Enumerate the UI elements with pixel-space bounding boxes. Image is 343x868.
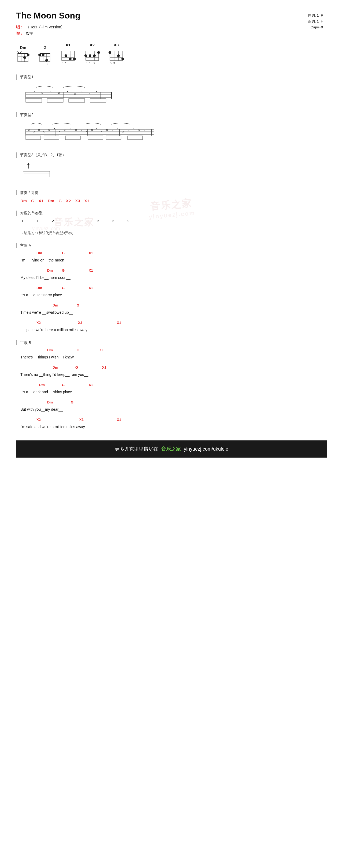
svg-point-63: [121, 58, 124, 60]
svg-text:×: ×: [133, 127, 135, 130]
verse-a-line-3: Dm G X1 It's a__ quiet starry place__: [20, 286, 327, 298]
svg-text:×: ×: [101, 130, 103, 134]
verse-b-line-1-chords: Dm G X1: [20, 348, 327, 354]
svg-text:3: 3: [46, 62, 48, 66]
chord-x3: X3: [78, 321, 82, 325]
prelude-chord-7: X3: [75, 198, 80, 203]
svg-point-9: [20, 52, 22, 53]
chord-x1: X1: [89, 383, 93, 387]
num-2: 1: [36, 219, 39, 223]
svg-marker-126: [27, 163, 29, 165]
chord-x2-name: X2: [90, 42, 95, 47]
rhythm3-label: 节奏型3（只扫3、2、1弦）: [20, 153, 66, 157]
verse-b-line-4-chords: Dm G: [20, 400, 327, 406]
verse-a-line-5-chords: X2 X3 X1: [20, 321, 327, 327]
svg-rect-121: [65, 136, 81, 140]
svg-text:×: ×: [41, 91, 43, 95]
rhythm1-section: 节奏型1: [16, 74, 327, 80]
chord-x1: X1: [117, 418, 121, 422]
svg-point-48: [93, 54, 96, 57]
prelude-chord-6: X2: [66, 198, 71, 203]
svg-point-23: [45, 59, 48, 62]
chord-g: G 3: [38, 45, 52, 67]
svg-point-11: [27, 54, 29, 56]
svg-point-20: [38, 54, 41, 56]
watermark-area: 音乐之家 yinyuezj.com: [16, 224, 327, 227]
verse-b-line-3: Dm G X1 It's a __dark and __shiny place_…: [20, 383, 327, 395]
chord-dm: Dm: [53, 303, 58, 307]
corresponding-label: 对应的节奏型: [20, 211, 42, 215]
prelude-chord-4: Dm: [48, 198, 54, 203]
verse-b-lyric-1: There's __things I wish__I knew__: [20, 354, 327, 360]
svg-rect-120: [44, 136, 59, 140]
prelude-chord-1: Dm: [20, 198, 27, 203]
svg-text:×: ×: [28, 128, 30, 132]
chord-x1-name: X1: [66, 42, 70, 47]
verse-b-line-5-chords: X2 X3 X1: [20, 418, 327, 424]
svg-text:×: ×: [33, 90, 35, 93]
chord-dm-grid: [16, 51, 30, 67]
svg-text:×: ×: [144, 128, 146, 132]
page-wrapper: 音乐之家 yinyuezj.com The Moon Song 唱： 《Her》…: [0, 0, 343, 463]
rhythm1-label: 节奏型1: [20, 75, 33, 79]
footer-suffix: yinyuezj.com/ukulele: [184, 446, 228, 452]
prelude-chord-2: G: [31, 198, 34, 203]
verse-a-content: Dm G X1 I'm __ lying on__the moon__ Dm G…: [20, 251, 327, 333]
chord-g: G: [62, 383, 65, 387]
corresponding-section: 对应的节奏型: [16, 211, 327, 216]
svg-text:×: ×: [75, 128, 77, 132]
svg-text:×: ×: [128, 128, 129, 132]
verse-b-lyric-4: But with you__my dear__: [20, 406, 327, 412]
svg-point-34: [73, 58, 76, 60]
prelude-chord-3: X1: [39, 198, 43, 203]
chord-x1: X1: [99, 348, 104, 352]
chord-dm: Dm: [47, 348, 53, 352]
svg-rect-123: [106, 136, 121, 140]
prelude-label: 前奏 / 间奏: [20, 190, 38, 195]
rhythm2-section: 节奏型2: [16, 112, 327, 118]
num-1: 1: [22, 219, 24, 223]
verse-b-section: 主歌 B: [16, 340, 327, 346]
verse-a-lyric-1: I'm __ lying on__the moon__: [20, 257, 327, 263]
chord-dm: Dm: [53, 365, 58, 369]
chord-x1: X1: [117, 321, 121, 325]
chord-x3-grid: 5 3: [108, 48, 124, 67]
svg-text:×: ×: [64, 128, 66, 132]
verse-b-lyric-5: I'm safe and we're a million miles away_…: [20, 424, 327, 430]
chord-g: G: [62, 251, 65, 255]
verse-a-line-4-chords: Dm G: [20, 303, 327, 309]
verse-b-line-2: Dm G X1 There's no __thing I'd keep__fro…: [20, 365, 327, 377]
rhythm3-svg: —: [20, 160, 55, 182]
num-6: 3: [97, 219, 99, 223]
svg-text:×: ×: [138, 128, 140, 132]
capo: Capo=0: [308, 24, 323, 30]
chord-x1: X1: [89, 269, 93, 273]
svg-text:×: ×: [58, 130, 60, 134]
verse-a-line-1: Dm G X1 I'm __ lying on__the moon__: [20, 251, 327, 263]
chord-x1: X1 5 1: [60, 42, 76, 67]
footer-prefix: 更多尤克里里谱尽在: [115, 446, 158, 452]
chord-x3: X3: [79, 418, 84, 422]
prelude-chord-8: X1: [85, 198, 89, 203]
verse-a-section: 主歌 A: [16, 243, 327, 248]
rhythm3-section: 节奏型3（只扫3、2、1弦）: [16, 152, 327, 158]
svg-point-46: [85, 54, 87, 57]
chord-g: G: [71, 400, 73, 404]
svg-point-8: [17, 52, 19, 53]
svg-text:5: 5: [86, 62, 87, 65]
chord-g: G: [62, 269, 65, 273]
verse-a-line-5: X2 X3 X1 In space we're here a million m…: [20, 321, 327, 333]
svg-point-10: [23, 56, 26, 59]
rhythm2-svg: × × × × × × × × × × × × × × × × × × × × …: [20, 120, 160, 144]
verse-a-line-1-chords: Dm G X1: [20, 251, 327, 257]
verse-b-line-3-chords: Dm G X1: [20, 383, 327, 389]
chord-g: G: [76, 303, 79, 307]
verse-a-lyric-5: In space we're here a million miles away…: [20, 327, 327, 333]
svg-point-33: [69, 58, 71, 60]
chord-dm: Dm: [47, 400, 53, 404]
chord-g-name: G: [43, 45, 46, 50]
verse-a-label: 主歌 A: [20, 243, 31, 248]
svg-text:×: ×: [48, 128, 50, 132]
key-info-box: 原调: 1=F 选调: 1=F Capo=0: [304, 11, 327, 32]
svg-text:×: ×: [88, 91, 91, 95]
